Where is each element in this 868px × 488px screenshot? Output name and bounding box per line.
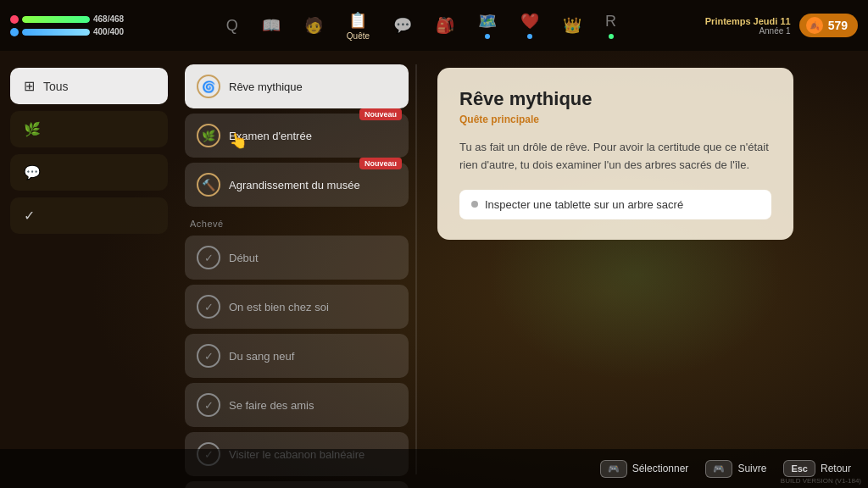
nav-map-dot xyxy=(485,34,490,39)
return-label: Retour xyxy=(821,463,851,474)
sangneuf-name: Du sang neuf xyxy=(229,350,294,363)
amis-name: Se faire des amis xyxy=(229,399,314,412)
main-content: ⊞ Tous 🌿 💬 ✓ 🌀 Rêve mythique 🌿 Examen d'… xyxy=(0,51,868,488)
topbar-right: Printemps Jeudi 11 Année 1 🍂 579 xyxy=(705,14,858,37)
quest-item-examen[interactable]: 🌿 Examen d'entrée Nouveau xyxy=(185,114,409,158)
mp-label: 400/400 xyxy=(93,27,124,36)
nav-quest[interactable]: 📋 Quête xyxy=(347,11,370,41)
season-info: Printemps Jeudi 11 Année 1 xyxy=(705,16,791,36)
return-key: Esc xyxy=(783,460,815,477)
sidebar-btn-cat2[interactable]: 💬 xyxy=(10,154,168,191)
examen-name: Examen d'entrée xyxy=(229,130,312,142)
bottom-bar: 🎮 Sélectionner 🎮 Suivre Esc Retour xyxy=(0,449,868,488)
quest-item-amis[interactable]: ✓ Se faire des amis xyxy=(185,383,409,427)
quest-detail: Rêve mythique Quête principale Tu as fai… xyxy=(417,51,868,488)
action-return[interactable]: Esc Retour xyxy=(783,460,851,477)
hp-icon xyxy=(10,15,19,24)
nav-r-dot xyxy=(609,34,614,39)
action-select[interactable]: 🎮 Sélectionner xyxy=(600,460,689,478)
nav-heart[interactable]: ❤️ xyxy=(520,12,539,39)
debut-icon: ✓ xyxy=(197,246,220,269)
detail-subtitle: Quête principale xyxy=(459,114,771,125)
sidebar: ⊞ Tous 🌿 💬 ✓ xyxy=(0,51,178,488)
examen-new-badge: Nouveau xyxy=(359,108,402,120)
quest-item-debut[interactable]: ✓ Début xyxy=(185,236,409,280)
cat2-icon: 💬 xyxy=(24,164,41,180)
action-follow[interactable]: 🎮 Suivre xyxy=(705,460,766,478)
season-text: Printemps Jeudi 11 xyxy=(705,16,791,26)
task-dot xyxy=(471,201,478,208)
sangneuf-icon: ✓ xyxy=(197,344,220,368)
nav-r-icon: R xyxy=(605,13,616,30)
reve-name: Rêve mythique xyxy=(229,80,303,93)
select-key-icon: 🎮 xyxy=(600,460,627,478)
year-text: Année 1 xyxy=(705,26,791,36)
amis-icon: ✓ xyxy=(197,393,220,417)
nav-quest-label: Quête xyxy=(347,31,370,41)
topbar-nav: Q 📖 🧑 📋 Quête 💬 🎒 🗺️ ❤️ 👑 R xyxy=(137,11,705,41)
health-bars: 468/468 400/400 xyxy=(10,14,124,36)
mp-fill xyxy=(22,29,90,36)
nav-person-icon: 🧑 xyxy=(304,16,323,35)
follow-key-icon: 🎮 xyxy=(705,460,732,478)
tous-label: Tous xyxy=(43,80,69,93)
nav-chat[interactable]: 💬 xyxy=(393,16,412,35)
nav-book-icon: 📖 xyxy=(262,16,281,35)
nav-heart-icon: ❤️ xyxy=(520,12,539,30)
quest-list-panel: 🌀 Rêve mythique 🌿 Examen d'entrée Nouvea… xyxy=(178,51,415,488)
detail-title: Rêve mythique xyxy=(459,88,771,110)
nav-quest-icon: 📋 xyxy=(348,11,367,30)
task-text: Inspecter une tablette sur un arbre sacr… xyxy=(485,198,683,211)
currency-badge: 🍂 579 xyxy=(799,14,858,37)
agrand-new-badge: Nouveau xyxy=(359,158,402,169)
detail-card: Rêve mythique Quête principale Tu as fai… xyxy=(437,68,793,240)
nav-map[interactable]: 🗺️ xyxy=(478,12,497,39)
hp-label: 468/468 xyxy=(93,14,124,24)
quest-item-agrand[interactable]: 🔨 Agrandissement du musée Nouveau xyxy=(185,163,409,207)
quest-item-reve[interactable]: 🌀 Rêve mythique xyxy=(185,64,409,108)
detail-description: Tu as fait un drôle de rêve. Pour avoir … xyxy=(459,139,771,175)
topbar: 468/468 400/400 Q 📖 🧑 📋 Quête 💬 xyxy=(0,0,868,51)
nav-heart-dot xyxy=(527,34,532,39)
nav-crown[interactable]: 👑 xyxy=(563,16,581,35)
cat1-icon: 🌿 xyxy=(24,121,41,137)
hp-bar-row: 468/468 xyxy=(10,14,124,24)
sidebar-btn-cat3[interactable]: ✓ xyxy=(10,197,168,234)
nav-crown-icon: 👑 xyxy=(563,16,581,35)
hp-fill xyxy=(22,16,90,23)
chezsoi-icon: ✓ xyxy=(197,295,220,319)
nav-q-icon: Q xyxy=(226,17,238,35)
examen-icon: 🌿 xyxy=(197,124,220,147)
agrand-name: Agrandissement du musée xyxy=(229,179,360,191)
quest-item-sangneuf[interactable]: ✓ Du sang neuf xyxy=(185,334,409,378)
task-item: Inspecter une tablette sur un arbre sacr… xyxy=(459,190,771,219)
sidebar-btn-cat1[interactable]: 🌿 xyxy=(10,111,168,147)
cat3-icon: ✓ xyxy=(24,208,35,224)
mp-icon xyxy=(10,28,19,36)
nav-person[interactable]: 🧑 xyxy=(304,16,323,35)
mp-track xyxy=(22,29,90,36)
nav-book[interactable]: 📖 xyxy=(262,16,281,35)
reve-icon: 🌀 xyxy=(197,75,220,98)
nav-bag-icon: 🎒 xyxy=(436,16,454,35)
nav-chat-icon: 💬 xyxy=(393,16,412,35)
sidebar-btn-tous[interactable]: ⊞ Tous xyxy=(10,68,168,104)
hp-track xyxy=(22,16,90,23)
debut-name: Début xyxy=(229,252,259,264)
select-label: Sélectionner xyxy=(632,463,689,474)
build-version: BUILD VERSION (V1-184) xyxy=(781,477,861,485)
quest-item-chezsoi[interactable]: ✓ On est bien chez soi xyxy=(185,285,409,329)
completed-label: Achevé xyxy=(185,212,409,230)
tous-grid-icon: ⊞ xyxy=(24,78,35,94)
chezsoi-name: On est bien chez soi xyxy=(229,301,329,313)
nav-bag[interactable]: 🎒 xyxy=(436,16,454,35)
currency-amount: 579 xyxy=(828,19,848,32)
nav-map-icon: 🗺️ xyxy=(478,12,497,30)
mp-bar-row: 400/400 xyxy=(10,27,124,36)
follow-label: Suivre xyxy=(737,463,766,474)
nav-q[interactable]: Q xyxy=(226,17,238,35)
currency-icon: 🍂 xyxy=(806,17,823,34)
agrand-icon: 🔨 xyxy=(197,173,220,197)
nav-r[interactable]: R xyxy=(605,13,616,39)
